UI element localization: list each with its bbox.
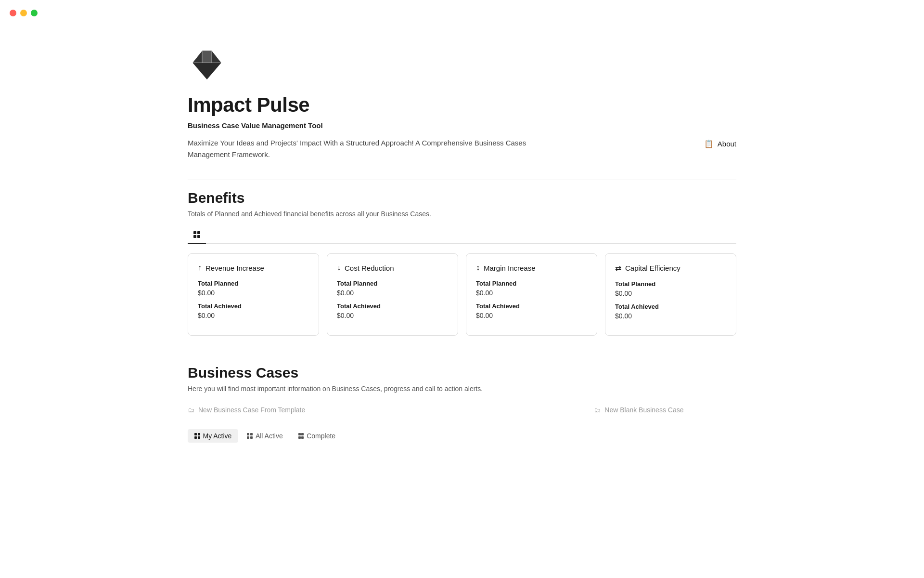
cost-card-title: Cost Reduction <box>345 264 394 272</box>
action-buttons-row: 🗂 New Business Case From Template 🗂 New … <box>188 402 736 418</box>
new-from-template-button[interactable]: 🗂 New Business Case From Template <box>188 402 305 418</box>
maximize-button[interactable] <box>31 10 38 16</box>
capital-card-header: ⇄ Capital Efficiency <box>615 263 726 273</box>
new-blank-button[interactable]: 🗂 New Blank Business Case <box>594 402 683 418</box>
complete-grid-icon <box>298 433 304 439</box>
cost-planned-value: $0.00 <box>337 289 448 297</box>
grid-view-icon <box>193 231 200 238</box>
app-subtitle: Business Case Value Management Tool <box>188 121 736 130</box>
blank-icon: 🗂 <box>594 406 601 414</box>
margin-achieved-label: Total Achieved <box>476 302 587 310</box>
filter-complete[interactable]: Complete <box>292 429 342 443</box>
app-title: Impact Pulse <box>188 93 736 117</box>
cost-achieved-value: $0.00 <box>337 312 448 319</box>
margin-increase-card: ↕ Margin Increase Total Planned $0.00 To… <box>466 253 597 336</box>
cost-down-icon: ↓ <box>337 263 341 272</box>
revenue-planned-label: Total Planned <box>198 280 309 287</box>
margin-achieved-value: $0.00 <box>476 312 587 319</box>
complete-label: Complete <box>307 432 335 440</box>
close-button[interactable] <box>10 10 16 16</box>
svg-marker-3 <box>192 63 221 79</box>
capital-achieved-value: $0.00 <box>615 312 726 320</box>
diamond-logo-icon <box>188 48 226 82</box>
header-section: Impact Pulse Business Case Value Managem… <box>188 48 736 160</box>
revenue-card-header: ↑ Revenue Increase <box>198 263 309 272</box>
capital-card-title: Capital Efficiency <box>625 264 680 272</box>
capital-icon: ⇄ <box>615 263 621 273</box>
filter-my-active[interactable]: My Active <box>188 429 238 443</box>
about-label: About <box>718 140 736 148</box>
capital-achieved-label: Total Achieved <box>615 303 726 310</box>
benefits-description: Totals of Planned and Achieved financial… <box>188 210 736 218</box>
new-from-template-label: New Business Case From Template <box>198 406 305 414</box>
capital-efficiency-card: ⇄ Capital Efficiency Total Planned $0.00… <box>605 253 736 336</box>
filter-all-active[interactable]: All Active <box>240 429 289 443</box>
header-divider <box>188 180 736 180</box>
new-blank-label: New Blank Business Case <box>604 406 683 414</box>
margin-card-title: Margin Increase <box>484 264 536 272</box>
my-active-label: My Active <box>203 432 232 440</box>
margin-updown-icon: ↕ <box>476 263 480 272</box>
margin-planned-label: Total Planned <box>476 280 587 287</box>
business-cases-title: Business Cases <box>188 365 736 381</box>
template-icon: 🗂 <box>188 406 194 414</box>
revenue-up-icon: ↑ <box>198 263 202 272</box>
about-button[interactable]: 📋 About <box>704 139 736 148</box>
business-cases-section: Business Cases Here you will find most i… <box>188 365 736 443</box>
capital-planned-label: Total Planned <box>615 280 726 288</box>
margin-card-header: ↕ Margin Increase <box>476 263 587 272</box>
benefits-title: Benefits <box>188 190 736 206</box>
all-active-grid-icon <box>247 433 253 439</box>
revenue-achieved-value: $0.00 <box>198 312 309 319</box>
benefits-section: Benefits Totals of Planned and Achieved … <box>188 190 736 336</box>
svg-marker-1 <box>202 51 212 63</box>
app-description: Maximize Your Ideas and Projects' Impact… <box>188 137 549 160</box>
header-body: Maximize Your Ideas and Projects' Impact… <box>188 137 736 160</box>
traffic-lights <box>10 10 38 16</box>
about-icon: 📋 <box>704 139 714 148</box>
filter-tabs: My Active All Active Complete <box>188 429 736 443</box>
cost-planned-label: Total Planned <box>337 280 448 287</box>
revenue-card-title: Revenue Increase <box>205 264 264 272</box>
cost-card-header: ↓ Cost Reduction <box>337 263 448 272</box>
cost-achieved-label: Total Achieved <box>337 302 448 310</box>
main-content: Impact Pulse Business Case Value Managem… <box>149 0 775 500</box>
benefits-grid-tab[interactable] <box>188 227 206 244</box>
all-active-label: All Active <box>256 432 283 440</box>
revenue-planned-value: $0.00 <box>198 289 309 297</box>
margin-planned-value: $0.00 <box>476 289 587 297</box>
minimize-button[interactable] <box>20 10 27 16</box>
revenue-increase-card: ↑ Revenue Increase Total Planned $0.00 T… <box>188 253 319 336</box>
revenue-achieved-label: Total Achieved <box>198 302 309 310</box>
capital-planned-value: $0.00 <box>615 289 726 297</box>
business-cases-description: Here you will find most important inform… <box>188 385 736 393</box>
my-active-grid-icon <box>194 433 200 439</box>
benefit-cards-container: ↑ Revenue Increase Total Planned $0.00 T… <box>188 253 736 336</box>
cost-reduction-card: ↓ Cost Reduction Total Planned $0.00 Tot… <box>327 253 458 336</box>
benefits-tab-bar <box>188 227 736 244</box>
